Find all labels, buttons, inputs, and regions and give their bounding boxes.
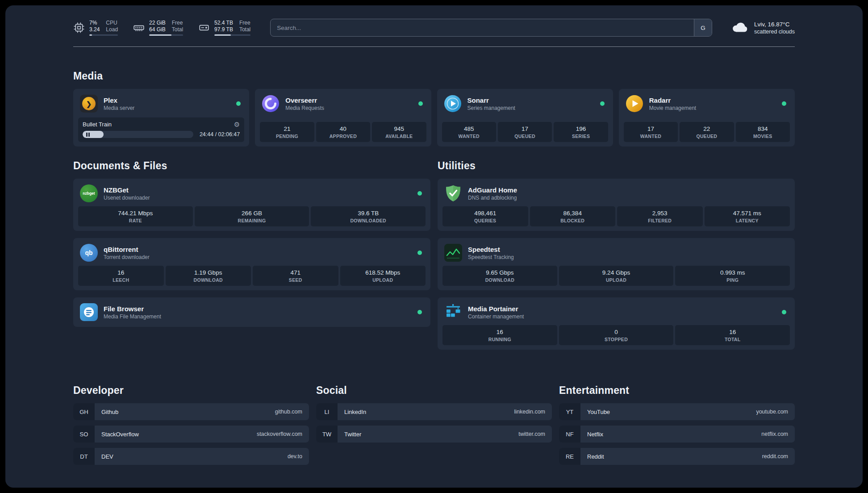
service-subtitle: DNS and adblocking [468, 195, 788, 201]
bookmark-name: StackOverflow [95, 426, 257, 443]
bookmark-github[interactable]: GH Github github.com [73, 403, 309, 420]
radarr-service-link[interactable]: Radarr Movie management [624, 93, 790, 117]
cpu-usage-bar [89, 34, 118, 36]
service-card-nzbget: nzbget NZBGet Usenet downloader 744.21 M… [73, 179, 430, 231]
search-bar: G [270, 19, 712, 37]
weather-widget[interactable]: Lviv, 16.87°C scattered clouds [731, 20, 795, 35]
status-dot [417, 251, 422, 255]
service-title: AdGuard Home [468, 186, 788, 194]
bookmark-url: stackoverflow.com [257, 426, 309, 443]
bookmark-netflix[interactable]: NF Netflix netflix.com [559, 426, 795, 443]
gear-icon[interactable]: ⚙ [234, 121, 240, 128]
filebrowser-service-link[interactable]: File Browser Media File Management [78, 302, 426, 322]
section-heading-entertainment: Entertainment [559, 384, 795, 397]
stat-tile: 47.571 msLATENCY [705, 206, 790, 226]
status-dot [782, 310, 786, 314]
nzbget-service-link[interactable]: nzbget NZBGet Usenet downloader [78, 183, 426, 206]
bookmark-url: twitter.com [518, 426, 552, 443]
disk-usage-bar [214, 34, 250, 36]
cloud-icon [731, 20, 749, 35]
service-subtitle: Media server [104, 105, 230, 111]
weather-location: Lviv, 16.87°C [754, 21, 795, 28]
bookmark-abbr: GH [73, 403, 95, 420]
stat-tile: 945AVAILABLE [372, 122, 426, 142]
search-input[interactable] [270, 19, 712, 37]
overseerr-icon [262, 95, 280, 113]
speedtest-service-link[interactable]: Speedtest Speedtest Tracking [442, 242, 790, 266]
status-dot [417, 310, 422, 314]
disk-widget: 52.4 TB Free 97.9 TB Total [198, 20, 250, 36]
status-dot [600, 101, 605, 106]
bookmark-group-social: Social LI LinkedIn linkedin.com TW Twitt… [316, 384, 552, 448]
adguard-shield-icon [444, 184, 462, 202]
bookmark-name: YouTube [580, 403, 756, 420]
topbar-divider [73, 46, 795, 47]
stat-tile: 618.52 MbpsUPLOAD [340, 266, 426, 286]
service-subtitle: Movie management [649, 105, 776, 111]
bookmark-group-developer: Developer GH Github github.com SO StackO… [73, 384, 309, 470]
memory-total-value: 64 GiB [149, 26, 166, 33]
bookmark-stackoverflow[interactable]: SO StackOverflow stackoverflow.com [73, 426, 309, 443]
service-title: NZBGet [104, 186, 412, 194]
service-subtitle: Media Requests [285, 105, 412, 111]
bookmark-url: netflix.com [761, 426, 795, 443]
service-card-sonarr: Sonarr Series management 485WANTED 17QUE… [437, 89, 613, 146]
memory-widget: 22 GiB Free 64 GiB Total [133, 20, 183, 36]
plex-icon: ❯ [80, 95, 98, 113]
stat-tile: 498,461QUERIES [442, 206, 528, 226]
section-utilities: Utilities AdGuard Home [438, 160, 795, 357]
filebrowser-icon [80, 303, 98, 321]
cpu-percent: 7% [89, 20, 100, 26]
service-subtitle: Torrent downloader [104, 254, 412, 260]
search-provider-button[interactable]: G [694, 19, 712, 36]
service-card-overseerr: Overseerr Media Requests 21PENDING 40APP… [255, 89, 431, 146]
bookmark-group-entertainment: Entertainment YT YouTube youtube.com NF … [559, 384, 795, 470]
cpu-label: CPU [106, 20, 118, 26]
pause-icon[interactable] [86, 133, 90, 137]
status-dot [418, 101, 423, 106]
portainer-service-link[interactable]: Media Portainer Container management [442, 302, 790, 325]
bookmark-twitter[interactable]: TW Twitter twitter.com [316, 426, 552, 443]
section-heading-social: Social [316, 384, 552, 397]
memory-icon [133, 22, 145, 33]
service-subtitle: Media File Management [104, 313, 412, 320]
weather-condition: scattered clouds [754, 29, 795, 35]
service-card-speedtest: Speedtest Speedtest Tracking 9.65 GbpsDO… [438, 238, 795, 290]
section-heading-documents: Documents & Files [73, 160, 430, 172]
stat-tile: 9.24 GbpsUPLOAD [559, 266, 674, 286]
stat-tile: 2,953FILTERED [617, 206, 703, 226]
service-title: qBittorrent [104, 246, 412, 253]
service-title: Speedtest [468, 246, 788, 253]
stat-tile: 0STOPPED [559, 325, 674, 345]
top-bar: 7% CPU 3.24 Load [73, 19, 795, 37]
service-title: Plex [104, 96, 230, 104]
service-title: Radarr [649, 96, 776, 104]
stat-tile: 0.993 msPING [675, 266, 790, 286]
overseerr-service-link[interactable]: Overseerr Media Requests [260, 93, 426, 117]
section-media: Media ❯ Plex Media server [73, 70, 795, 146]
service-title: Overseerr [285, 96, 412, 104]
stat-tile: 16TOTAL [675, 325, 790, 345]
memory-free-value: 22 GiB [149, 20, 166, 26]
bookmark-url: linkedin.com [514, 403, 552, 420]
bookmark-url: github.com [275, 403, 309, 420]
qbittorrent-service-link[interactable]: qb qBittorrent Torrent downloader [78, 242, 426, 266]
media-player-widget: Bullet Train ⚙ 24:44 / 02:06:47 [78, 117, 244, 142]
plex-service-link[interactable]: ❯ Plex Media server [78, 93, 244, 117]
playback-progress-bar[interactable] [83, 131, 193, 138]
bookmark-name: Twitter [338, 426, 518, 443]
qbittorrent-icon: qb [80, 244, 98, 262]
bookmark-linkedin[interactable]: LI LinkedIn linkedin.com [316, 403, 552, 420]
bookmark-abbr: SO [73, 426, 95, 443]
bookmark-youtube[interactable]: YT YouTube youtube.com [559, 403, 795, 420]
bookmark-dev[interactable]: DT DEV dev.to [73, 448, 309, 465]
sonarr-icon [444, 95, 462, 113]
bookmark-reddit[interactable]: RE Reddit reddit.com [559, 448, 795, 465]
speedtest-graph-icon [444, 244, 462, 262]
sonarr-service-link[interactable]: Sonarr Series management [442, 93, 608, 117]
bookmark-name: Netflix [580, 426, 761, 443]
service-subtitle: Series management [467, 105, 594, 111]
service-title: Media Portainer [468, 305, 776, 313]
adguard-service-link[interactable]: AdGuard Home DNS and adblocking [442, 183, 790, 206]
bookmark-abbr: YT [559, 403, 580, 420]
